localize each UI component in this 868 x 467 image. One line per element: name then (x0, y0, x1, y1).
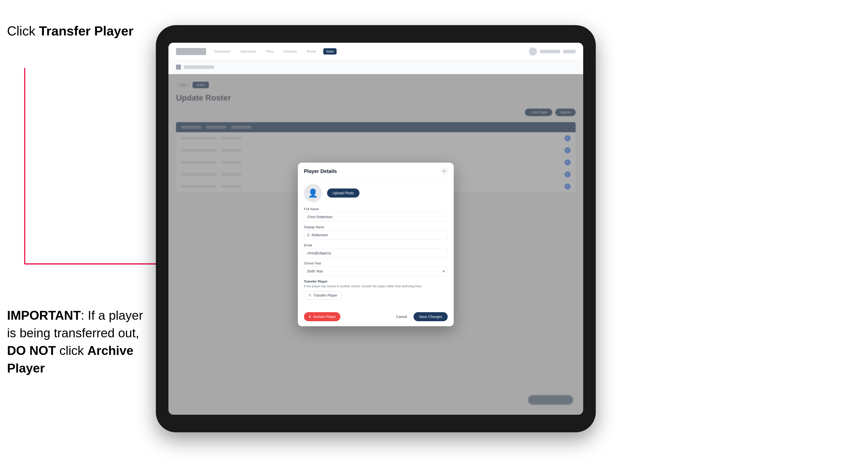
sub-header-text (184, 65, 214, 69)
transfer-player-btn-label: Transfer Player (313, 293, 337, 297)
user-avatar (529, 48, 537, 56)
app-logo (176, 48, 206, 55)
user-name-placeholder (540, 50, 560, 53)
instruction-middle: click (56, 344, 87, 358)
school-year-select[interactable]: Sixth Year First Year Second Year Third … (304, 267, 448, 276)
display-name-label: Display Name (304, 225, 448, 229)
archive-player-button[interactable]: ⬇ Archive Player (304, 312, 340, 321)
nav-opponents[interactable]: Opponents (237, 48, 259, 55)
modal-close-button[interactable]: × (441, 168, 448, 175)
school-year-select-wrapper: Sixth Year First Year Second Year Third … (304, 267, 448, 276)
person-icon: 👤 (308, 188, 318, 198)
email-label: Email (304, 243, 448, 247)
transfer-player-section: Transfer Player If this player has moved… (304, 280, 448, 300)
modal-body: 👤 Upload Photo Full Name Display Name (298, 179, 454, 309)
instruction-bottom: IMPORTANT: If a player is being transfer… (7, 307, 153, 377)
school-year-group: School Year Sixth Year First Year Second… (304, 261, 448, 276)
nav-dashboard[interactable]: Dashboard (211, 48, 233, 55)
email-input[interactable] (304, 248, 448, 258)
email-group: Email (304, 243, 448, 258)
archive-player-btn-label: Archive Player (313, 315, 336, 319)
school-year-label: School Year (304, 261, 448, 265)
modal-title: Player Details (304, 168, 337, 174)
save-changes-button[interactable]: Save Changes (413, 312, 448, 321)
sub-header (168, 60, 583, 74)
tablet-device: Dashboard Opponents Films Schedule Roste… (156, 25, 596, 432)
full-name-label: Full Name (304, 207, 448, 211)
full-name-input[interactable] (304, 212, 448, 222)
display-name-group: Display Name (304, 225, 448, 240)
tablet-screen: Dashboard Opponents Films Schedule Roste… (168, 43, 583, 415)
avatar-section: 👤 Upload Photo (304, 184, 448, 202)
sub-header-icon (176, 65, 181, 70)
do-not-label: DO NOT (7, 344, 56, 358)
instruction-bold: Transfer Player (39, 24, 133, 38)
upload-photo-button[interactable]: Upload Photo (327, 188, 360, 197)
archive-icon: ⬇ (308, 315, 311, 319)
nav-stats[interactable]: Stats (323, 48, 337, 55)
transfer-player-button[interactable]: ↻ Transfer Player (304, 291, 342, 300)
modal-footer: ⬇ Archive Player Cancel Save Changes (298, 309, 454, 326)
full-name-group: Full Name (304, 207, 448, 222)
instruction-prefix: Click (7, 24, 39, 38)
display-name-input[interactable] (304, 230, 448, 240)
important-label: IMPORTANT (7, 308, 81, 322)
content-area: New Active Update Roster + Add Player Op… (168, 74, 583, 415)
modal-overlay: Player Details × 👤 Upload Photo (168, 74, 583, 415)
player-avatar: 👤 (304, 184, 322, 202)
nav-schedule[interactable]: Schedule (280, 48, 300, 55)
cancel-button[interactable]: Cancel (393, 312, 411, 321)
player-details-modal: Player Details × 👤 Upload Photo (298, 163, 454, 326)
app-nav: Dashboard Opponents Films Schedule Roste… (211, 48, 524, 55)
nav-roster[interactable]: Roster (304, 48, 319, 55)
nav-films[interactable]: Films (263, 48, 277, 55)
instruction-top: Click Transfer Player (7, 23, 133, 40)
transfer-description: If this player has moved to another scho… (304, 284, 448, 288)
modal-header: Player Details × (298, 163, 454, 179)
header-right (529, 48, 576, 56)
app-header: Dashboard Opponents Films Schedule Roste… (168, 43, 583, 60)
refresh-icon: ↻ (309, 293, 312, 297)
header-action-placeholder (563, 50, 576, 53)
transfer-section-label: Transfer Player (304, 280, 448, 283)
